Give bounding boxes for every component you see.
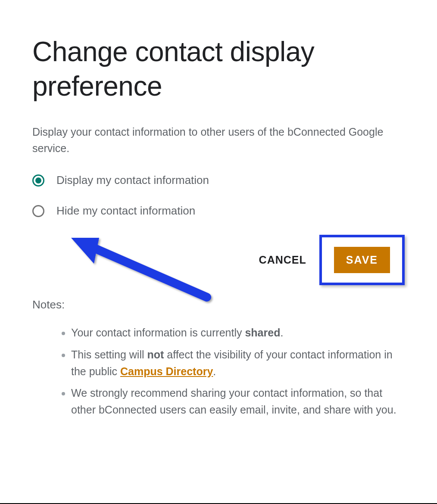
- save-button-highlight: SAVE: [319, 235, 405, 285]
- save-button[interactable]: SAVE: [334, 247, 390, 273]
- notes-heading: Notes:: [32, 298, 405, 311]
- note-bold-not: not: [147, 348, 164, 361]
- note-text: Your contact information is currently: [71, 327, 245, 339]
- radio-label-display: Display my contact information: [56, 174, 209, 187]
- radio-option-display[interactable]: Display my contact information: [32, 174, 405, 187]
- radio-selected-icon: [32, 174, 44, 187]
- note-item-2: This setting will not affect the visibil…: [71, 346, 405, 380]
- notes-list: Your contact information is currently sh…: [32, 324, 405, 418]
- page-title: Change contact display preference: [32, 34, 405, 103]
- action-row: CANCEL SAVE: [32, 235, 405, 285]
- note-text: .: [280, 327, 283, 339]
- radio-unselected-icon: [32, 205, 44, 217]
- radio-option-hide[interactable]: Hide my contact information: [32, 204, 405, 218]
- radio-label-hide: Hide my contact information: [56, 204, 195, 218]
- note-item-1: Your contact information is currently sh…: [71, 324, 405, 341]
- campus-directory-link[interactable]: Campus Directory: [120, 365, 213, 377]
- contact-display-radio-group: Display my contact information Hide my c…: [32, 174, 405, 218]
- cancel-button[interactable]: CANCEL: [259, 254, 306, 266]
- page-subtitle: Display your contact information to othe…: [32, 124, 405, 156]
- note-text: .: [213, 365, 216, 377]
- note-text: We strongly recommend sharing your conta…: [71, 387, 396, 416]
- note-text: This setting will: [71, 348, 147, 361]
- note-bold-shared: shared: [245, 327, 280, 339]
- note-item-3: We strongly recommend sharing your conta…: [71, 385, 405, 418]
